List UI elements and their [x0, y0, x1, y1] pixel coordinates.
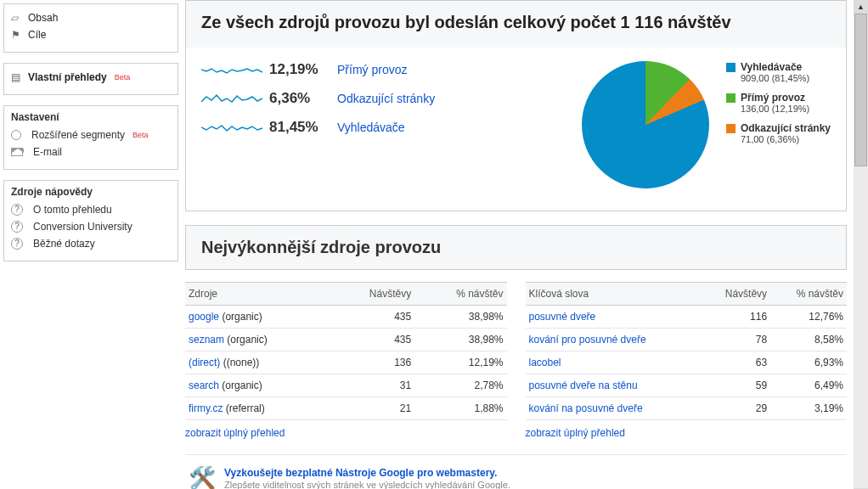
table-row: google (organic)43538,98% [185, 306, 507, 329]
sparkline-search [201, 119, 262, 136]
stat-percent: 6,36% [269, 90, 330, 107]
visits-cell: 78 [702, 329, 770, 351]
scroll-up-icon[interactable]: ▲ [854, 0, 868, 14]
col-header: Návštěvy [702, 283, 770, 306]
legend-name: Odkazující stránky [741, 122, 831, 134]
section-title: Nejvýkonnější zdroje provozu [185, 225, 847, 270]
legend-row: Odkazující stránky71,00 (6,36%) [726, 122, 831, 144]
sparkline-direct [201, 61, 262, 78]
sidebar-item-content[interactable]: ▱ Obsah [11, 9, 171, 26]
sidebar-item-custom-reports[interactable]: ▤ Vlastní přehledy Beta [11, 69, 171, 86]
stat-label-link[interactable]: Přímý provoz [337, 63, 407, 76]
sidebar-item-email[interactable]: E-mail [11, 143, 171, 160]
col-header: Zdroje [185, 283, 331, 306]
source-link[interactable]: firmy.cz [189, 402, 223, 414]
visits-cell: 29 [702, 397, 770, 420]
legend-name: Vyhledávače [741, 61, 809, 73]
sidebar-item-label: Obsah [28, 12, 58, 24]
table-row: (direct) ((none))13612,19% [185, 351, 507, 374]
sidebar-item-segments[interactable]: Rozšířené segmenty Beta [11, 126, 171, 143]
table-row: kování pro posuvné dveře788,58% [526, 329, 848, 351]
page-title: Ze všech zdrojů provozu byl odeslán celk… [186, 1, 846, 48]
table-row: search (organic)312,78% [185, 374, 507, 397]
legend-row: Přímý provoz136,00 (12,19%) [726, 92, 831, 114]
help-item-faq[interactable]: ?Běžné dotazy [11, 235, 171, 252]
pct-cell: 12,19% [414, 351, 506, 374]
help-item-conversion[interactable]: ?Conversion University [11, 218, 171, 235]
scroll-thumb[interactable] [854, 14, 867, 166]
source-link[interactable]: seznam [189, 334, 224, 346]
full-report-link[interactable]: zobrazit úplný přehled [526, 427, 625, 439]
legend-row: Vyhledávače909,00 (81,45%) [726, 61, 831, 83]
visits-cell: 116 [702, 306, 770, 329]
sidebar-item-label: Vlastní přehledy [28, 71, 107, 83]
stat-percent: 12,19% [269, 61, 330, 78]
pie-legend: Vyhledávače909,00 (81,45%) Přímý provoz1… [726, 61, 831, 153]
pct-cell: 38,98% [414, 329, 506, 351]
table-row: posuvné dveře11612,76% [526, 306, 848, 329]
source-link[interactable]: posuvné dveře [529, 311, 596, 323]
help-item-about[interactable]: ?O tomto přehledu [11, 201, 171, 218]
source-link[interactable]: lacobel [529, 357, 561, 368]
legend-swatch [726, 124, 736, 133]
stat-label-link[interactable]: Odkazující stránky [337, 92, 435, 105]
pct-cell: 6,49% [770, 374, 847, 397]
source-link[interactable]: search [189, 379, 219, 391]
help-heading: Zdroje nápovědy [11, 186, 171, 198]
stat-percent: 81,45% [269, 119, 330, 136]
full-report-link[interactable]: zobrazit úplný přehled [185, 427, 285, 439]
pct-cell: 6,93% [770, 351, 847, 374]
source-link[interactable]: kování pro posuvné dveře [529, 334, 646, 346]
col-header: Návštěvy [331, 283, 414, 306]
webmaster-promo: 🛠️ Vyzkoušejte bezplatné Nástroje Google… [185, 454, 847, 489]
visits-cell: 21 [331, 397, 414, 420]
scrollbar[interactable]: ▲ ▼ [854, 0, 868, 489]
segment-icon [11, 130, 21, 140]
source-type: (referral) [223, 402, 264, 414]
visits-cell: 31 [331, 374, 414, 397]
report-icon: ▤ [11, 71, 23, 83]
col-header: % návštěv [770, 283, 847, 306]
pct-cell: 12,76% [770, 306, 847, 329]
legend-name: Přímý provoz [741, 92, 809, 104]
table-row: lacobel636,93% [526, 351, 848, 374]
sidebar-item-label: Cíle [28, 29, 46, 41]
source-type: (organic) [224, 334, 268, 346]
legend-swatch [726, 93, 736, 103]
source-type: (organic) [219, 379, 262, 391]
help-icon: ? [11, 204, 23, 216]
source-type: ((none)) [220, 357, 259, 368]
promo-subtitle: Zlepšete viditelnost svých stránek ve vý… [224, 480, 510, 490]
source-link[interactable]: kování na posuvné dveře [529, 402, 643, 414]
content-icon: ▱ [11, 12, 23, 24]
flag-icon: ⚑ [11, 29, 23, 41]
sidebar-item-label: Conversion University [33, 221, 132, 233]
source-link[interactable]: (direct) [189, 357, 220, 368]
sparkline-referral [201, 90, 262, 107]
source-link[interactable]: google [189, 311, 219, 323]
visits-cell: 435 [331, 306, 414, 329]
wrench-icon: 🛠️ [189, 465, 216, 489]
table-row: kování na posuvné dveře293,19% [526, 397, 848, 420]
pct-cell: 1,88% [414, 397, 506, 420]
source-link[interactable]: posuvné dveře na stěnu [529, 379, 638, 391]
promo-link[interactable]: Vyzkoušejte bezplatné Nástroje Google pr… [224, 467, 497, 479]
visits-cell: 59 [702, 374, 770, 397]
sidebar-item-goals[interactable]: ⚑ Cíle [11, 26, 171, 43]
legend-value: 136,00 (12,19%) [741, 104, 809, 114]
sources-table: Zdroje Návštěvy % návštěv google (organi… [185, 282, 507, 439]
visits-cell: 435 [331, 329, 414, 351]
sidebar-item-label: Rozšířené segmenty [31, 129, 125, 141]
legend-swatch [726, 63, 736, 72]
beta-badge: Beta [115, 73, 131, 82]
pct-cell: 38,98% [414, 306, 506, 329]
stat-label-link[interactable]: Vyhledávače [337, 121, 405, 134]
sidebar-item-label: E-mail [33, 146, 62, 158]
keywords-table: Klíčová slova Návštěvy % návštěv posuvné… [526, 282, 848, 439]
visits-cell: 63 [702, 351, 770, 374]
stat-search: 81,45% Vyhledávače [201, 119, 561, 136]
table-row: seznam (organic)43538,98% [185, 329, 507, 351]
table-row: posuvné dveře na stěnu596,49% [526, 374, 848, 397]
pct-cell: 2,78% [414, 374, 506, 397]
settings-heading: Nastavení [11, 111, 171, 123]
